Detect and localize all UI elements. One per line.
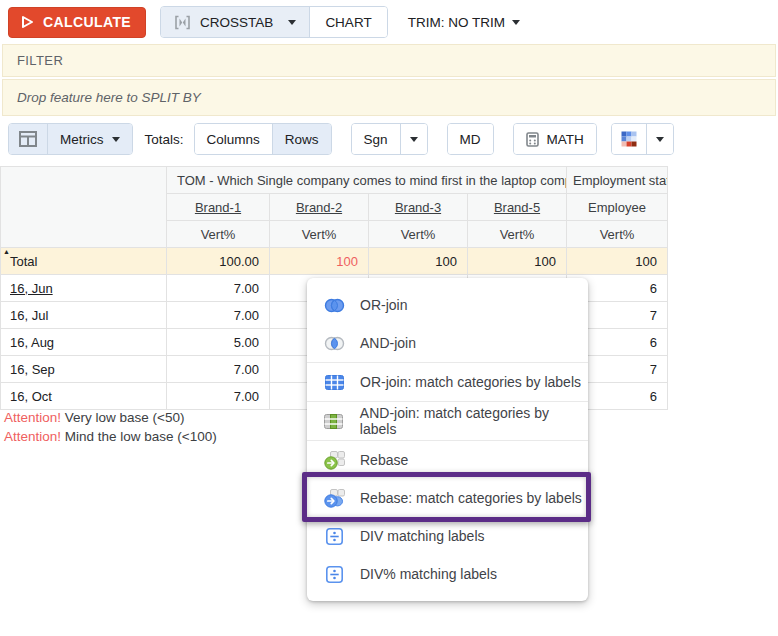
menu-item-or-join[interactable]: OR-join (307, 286, 588, 324)
menu-item-and-join[interactable]: AND-join (307, 324, 588, 362)
md-label: MD (460, 132, 481, 147)
metric-header: Vert% (468, 221, 567, 248)
filter-label: FILTER (17, 53, 63, 68)
metrics-group: Metrics (8, 123, 133, 155)
data-cell[interactable]: 7.00 (167, 383, 270, 410)
brand-3-link[interactable]: Brand-3 (395, 200, 441, 215)
calculate-label: CALCULATE (43, 14, 131, 30)
totals-label: Totals: (145, 132, 184, 147)
table-layout-icon (19, 131, 37, 147)
heatmap-color-group (611, 123, 674, 155)
crosstab-label: CROSSTAB (200, 15, 273, 30)
math-button[interactable]: MATH (514, 124, 596, 154)
column-header-brand-2[interactable]: Brand-2 (270, 194, 369, 221)
brand-5-link[interactable]: Brand-5 (494, 200, 540, 215)
math-label: MATH (547, 132, 584, 147)
filter-drop-zone[interactable]: FILTER (2, 44, 776, 77)
menu-item-label: OR-join (360, 297, 407, 313)
data-cell[interactable]: 5.00 (167, 329, 270, 356)
menu-item-label: Rebase: match categories by labels (360, 490, 582, 506)
data-cell[interactable]: 7.00 (167, 356, 270, 383)
row-label-link[interactable]: 16, Jun (10, 281, 53, 296)
metrics-dropdown[interactable]: Metrics (47, 124, 132, 154)
math-group: MATH (513, 123, 597, 155)
brand-2-link[interactable]: Brand-2 (296, 200, 342, 215)
column-header-employee[interactable]: Employee (567, 194, 668, 221)
menu-item-or-join-match[interactable]: OR-join: match categories by labels (307, 363, 588, 401)
view-switch-group: CROSSTAB CHART (160, 6, 388, 38)
chart-button[interactable]: CHART (310, 7, 386, 37)
total-cell-highlight[interactable]: 100 (270, 248, 369, 275)
totals-rows-button[interactable]: Rows (272, 124, 331, 154)
data-cell[interactable]: 7.00 (167, 275, 270, 302)
sort-asc-icon: ▲ (3, 248, 10, 255)
trim-dropdown[interactable]: TRIM: NO TRIM (404, 15, 524, 30)
chevron-down-icon (410, 137, 418, 142)
heatmap-dropdown-button[interactable] (646, 124, 673, 154)
attention-prefix: Attention! (4, 429, 61, 444)
menu-item-label: AND-join: match categories by labels (360, 405, 588, 437)
columns-label: Columns (207, 132, 260, 147)
totals-toggle-group: Columns Rows (194, 123, 332, 155)
menu-item-label: DIV% matching labels (360, 566, 497, 582)
or-join-grid-icon (322, 375, 346, 390)
total-cell[interactable]: 100 (567, 248, 668, 275)
chevron-down-icon (288, 20, 296, 25)
data-cell[interactable]: 7.00 (167, 302, 270, 329)
total-row-label[interactable]: ▲ Total (1, 248, 167, 275)
color-grid-icon (621, 131, 637, 147)
attention-notes: Attention! Very low base (<50) Attention… (4, 409, 217, 446)
section-header-employment[interactable]: Employment stat (567, 167, 668, 194)
section-header-tom[interactable]: TOM - Which Single company comes to mind… (167, 167, 567, 194)
attention-text: Very low base (<50) (61, 410, 184, 425)
total-cell[interactable]: 100 (369, 248, 468, 275)
column-header-brand-3[interactable]: Brand-3 (369, 194, 468, 221)
total-cell[interactable]: 100.00 (167, 248, 270, 275)
metric-header: Vert% (567, 221, 668, 248)
split-by-drop-zone[interactable]: Drop feature here to SPLIT BY (2, 79, 776, 116)
row-label[interactable]: 16, Jul (10, 308, 48, 323)
table-corner-cell (1, 167, 167, 248)
split-by-label: Drop feature here to SPLIT BY (17, 90, 201, 105)
md-group: MD (447, 123, 494, 155)
chevron-down-icon (656, 137, 664, 142)
sgn-label: Sgn (364, 132, 388, 147)
metric-header: Vert% (167, 221, 270, 248)
calculate-button[interactable]: CALCULATE (8, 7, 146, 38)
heatmap-color-button[interactable] (612, 124, 646, 154)
menu-item-div-matching[interactable]: DIV matching labels (307, 517, 588, 555)
menu-item-label: AND-join (360, 335, 416, 351)
play-icon (21, 15, 34, 29)
md-button[interactable]: MD (448, 124, 493, 154)
sgn-dropdown-button[interactable] (400, 124, 427, 154)
totals-columns-button[interactable]: Columns (195, 124, 272, 154)
div-icon (322, 528, 346, 545)
table-layout-button[interactable] (9, 124, 47, 154)
menu-item-rebase[interactable]: Rebase (307, 441, 588, 479)
crosstab-icon (174, 15, 191, 30)
trim-label: TRIM: NO TRIM (408, 15, 505, 30)
row-label[interactable]: 16, Sep (10, 362, 55, 377)
chart-label: CHART (325, 15, 371, 30)
employee-label: Employee (588, 200, 646, 215)
or-join-venn-icon (322, 298, 346, 313)
row-label[interactable]: 16, Oct (10, 389, 52, 404)
attention-text: Mind the low base (<100) (61, 429, 217, 444)
total-cell[interactable]: 100 (468, 248, 567, 275)
calculator-icon (526, 132, 539, 147)
menu-item-label: DIV matching labels (360, 528, 485, 544)
top-toolbar: CALCULATE CROSSTAB CHART TRIM: NO TRIM (8, 5, 524, 39)
chevron-down-icon (512, 20, 520, 25)
menu-item-and-join-match[interactable]: AND-join: match categories by labels (307, 402, 588, 440)
sgn-button[interactable]: Sgn (352, 124, 400, 154)
column-header-brand-1[interactable]: Brand-1 (167, 194, 270, 221)
table-row-total: ▲ Total 100.00 100 100 100 100 (1, 248, 668, 275)
menu-item-rebase-match[interactable]: Rebase: match categories by labels (307, 479, 588, 517)
menu-item-div-percent-matching[interactable]: DIV% matching labels (307, 555, 588, 593)
crosstab-button[interactable]: CROSSTAB (161, 7, 310, 37)
menu-item-label: Rebase (360, 452, 408, 468)
row-label[interactable]: 16, Aug (10, 335, 54, 350)
total-label: Total (10, 254, 37, 269)
column-header-brand-5[interactable]: Brand-5 (468, 194, 567, 221)
brand-1-link[interactable]: Brand-1 (195, 200, 241, 215)
